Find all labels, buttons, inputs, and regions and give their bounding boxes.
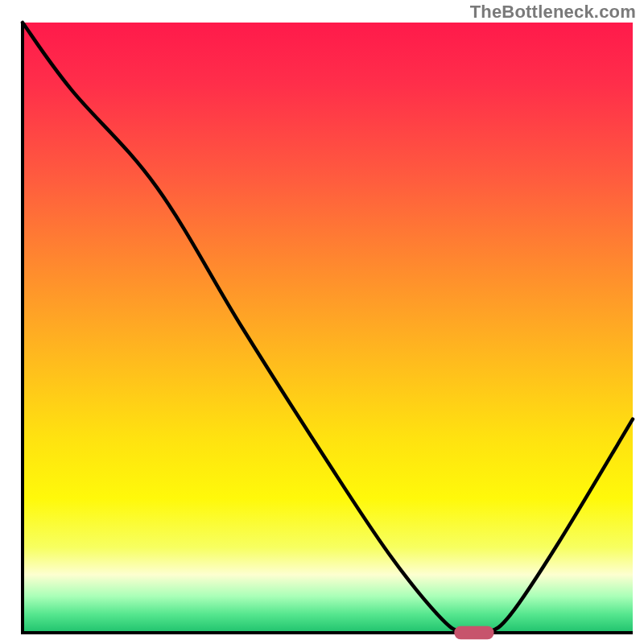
chart-container: TheBottleneck.com: [0, 0, 644, 644]
optimal-marker: [454, 626, 493, 640]
watermark-text: TheBottleneck.com: [470, 2, 636, 23]
bottleneck-chart: [0, 0, 644, 644]
plot-background: [23, 23, 633, 633]
